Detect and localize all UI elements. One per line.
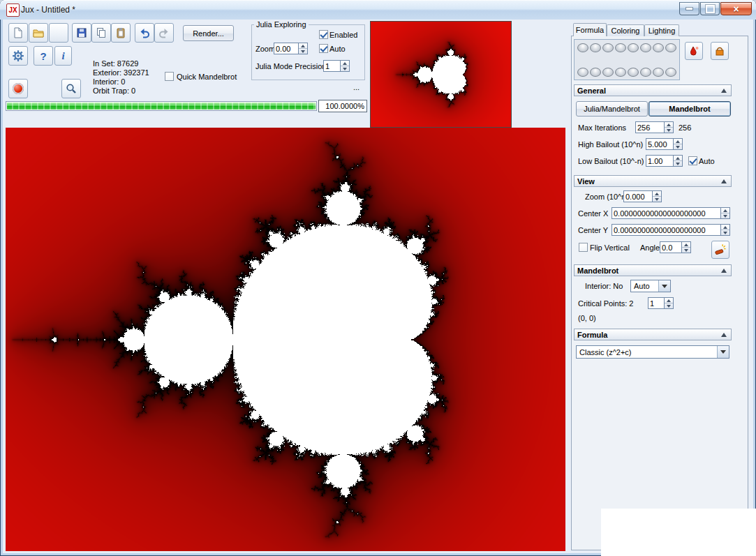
spin-up-icon[interactable] — [682, 242, 690, 248]
gradient-slot-button[interactable] — [577, 43, 588, 52]
angle-spinner[interactable] — [681, 241, 691, 253]
gradient-slot-button[interactable] — [640, 68, 651, 77]
julia-enabled-checkbox[interactable] — [319, 30, 328, 39]
gradient-slot-button[interactable] — [653, 68, 664, 77]
gradient-slot-button[interactable] — [590, 43, 601, 52]
close-button[interactable]: × — [720, 2, 752, 15]
redo-button[interactable] — [154, 23, 174, 43]
section-header-formula[interactable]: Formula — [574, 329, 732, 340]
julia-mandelbrot-toggle-button[interactable]: Julia/Mandelbrot — [576, 101, 648, 117]
render-button[interactable]: Render... — [183, 25, 234, 41]
maximize-button[interactable] — [700, 2, 720, 15]
more-options-label[interactable]: ... — [353, 83, 360, 91]
spin-up-icon[interactable] — [665, 298, 673, 303]
angle-input[interactable] — [660, 241, 682, 253]
palette-button[interactable] — [711, 42, 729, 60]
gradient-slot-button[interactable] — [590, 68, 601, 77]
gradient-slot-button[interactable] — [577, 68, 588, 77]
fractal-thumbnail-canvas[interactable] — [371, 22, 511, 127]
gradient-slot-button[interactable] — [653, 43, 664, 52]
chevron-down-icon[interactable] — [658, 280, 670, 292]
spin-up-icon[interactable] — [653, 191, 661, 197]
spin-up-icon[interactable] — [341, 61, 349, 66]
tab-formula[interactable]: Formula — [573, 23, 607, 36]
new-button[interactable] — [8, 23, 28, 43]
save-button[interactable] — [72, 23, 91, 43]
zoom-tool-button[interactable] — [61, 79, 81, 98]
spin-down-icon[interactable] — [299, 49, 307, 54]
spin-up-icon[interactable] — [674, 139, 682, 144]
blank-button[interactable] — [49, 23, 68, 43]
spin-down-icon[interactable] — [665, 128, 673, 133]
spin-down-icon[interactable] — [665, 303, 673, 308]
gradient-slot-button[interactable] — [602, 43, 614, 52]
low-bailout-input[interactable] — [646, 155, 674, 167]
spin-up-icon[interactable] — [299, 43, 307, 49]
chevron-down-icon[interactable] — [717, 346, 729, 358]
mandelbrot-mode-button[interactable]: Mandelbrot — [648, 101, 731, 117]
tab-lighting[interactable]: Lighting — [644, 24, 679, 36]
gear-icon — [12, 50, 24, 62]
spin-down-icon[interactable] — [341, 66, 349, 71]
spin-down-icon[interactable] — [674, 161, 682, 166]
tab-coloring[interactable]: Coloring — [607, 24, 644, 36]
center-y-input[interactable] — [612, 224, 721, 236]
critical-points-spinner[interactable] — [664, 297, 674, 309]
undo-button[interactable] — [135, 23, 154, 43]
interior-dropdown[interactable]: Auto — [630, 280, 671, 292]
julia-zoom-spinner[interactable] — [298, 43, 308, 54]
spin-up-icon[interactable] — [674, 156, 682, 161]
gradient-slot-button[interactable] — [615, 43, 626, 52]
copy-button[interactable] — [91, 23, 111, 43]
gradient-slot-button[interactable] — [602, 68, 614, 77]
open-button[interactable] — [29, 23, 48, 43]
formula-dropdown[interactable]: Classic (z^2+c) — [576, 345, 729, 359]
low-bailout-spinner[interactable] — [673, 155, 683, 167]
spin-down-icon[interactable] — [682, 248, 690, 253]
gradient-slot-button[interactable] — [640, 43, 651, 52]
section-header-view[interactable]: View — [574, 175, 732, 187]
spin-up-icon[interactable] — [721, 225, 729, 230]
max-iterations-spinner[interactable] — [664, 121, 674, 133]
reset-view-button[interactable] — [711, 241, 729, 259]
low-bailout-auto-checkbox[interactable] — [688, 156, 697, 165]
gradient-slot-button[interactable] — [665, 43, 676, 52]
quick-mandelbrot-checkbox[interactable] — [165, 72, 174, 81]
spin-up-icon[interactable] — [665, 122, 673, 128]
help-button[interactable]: ? — [34, 46, 53, 66]
center-x-input[interactable] — [612, 207, 721, 219]
center-y-spinner[interactable] — [720, 224, 730, 236]
view-zoom-input[interactable] — [623, 190, 653, 202]
red-drop-icon — [688, 45, 699, 57]
stop-render-button[interactable] — [8, 79, 28, 98]
gradient-slot-button[interactable] — [628, 68, 639, 77]
fractal-thumbnail[interactable] — [370, 21, 512, 128]
spin-down-icon[interactable] — [721, 213, 729, 218]
flip-vertical-checkbox[interactable] — [579, 243, 588, 252]
view-zoom-spinner[interactable] — [652, 190, 662, 202]
julia-precision-spinner[interactable] — [340, 60, 350, 72]
spin-down-icon[interactable] — [721, 230, 729, 235]
julia-precision-input[interactable] — [323, 60, 341, 72]
info-button[interactable]: i — [54, 46, 72, 66]
julia-auto-checkbox[interactable] — [319, 44, 328, 53]
spin-down-icon[interactable] — [653, 197, 661, 202]
gradient-button[interactable] — [685, 42, 703, 60]
julia-zoom-input[interactable] — [274, 43, 299, 54]
spin-down-icon[interactable] — [674, 144, 682, 149]
max-iterations-input[interactable] — [635, 121, 665, 133]
high-bailout-input[interactable] — [646, 138, 674, 150]
section-header-mandelbrot[interactable]: Mandelbrot — [574, 264, 732, 276]
center-x-spinner[interactable] — [720, 207, 730, 219]
high-bailout-spinner[interactable] — [673, 138, 683, 150]
gradient-slot-button[interactable] — [628, 43, 639, 52]
settings-button[interactable] — [8, 46, 28, 66]
minimize-button[interactable] — [679, 2, 699, 15]
gradient-slot-button[interactable] — [615, 68, 626, 77]
spin-up-icon[interactable] — [721, 208, 729, 213]
critical-points-input[interactable] — [648, 297, 665, 309]
section-header-general[interactable]: General — [574, 84, 732, 96]
paste-button[interactable] — [111, 23, 131, 43]
fractal-canvas[interactable] — [6, 128, 565, 551]
gradient-slot-button[interactable] — [665, 68, 676, 77]
